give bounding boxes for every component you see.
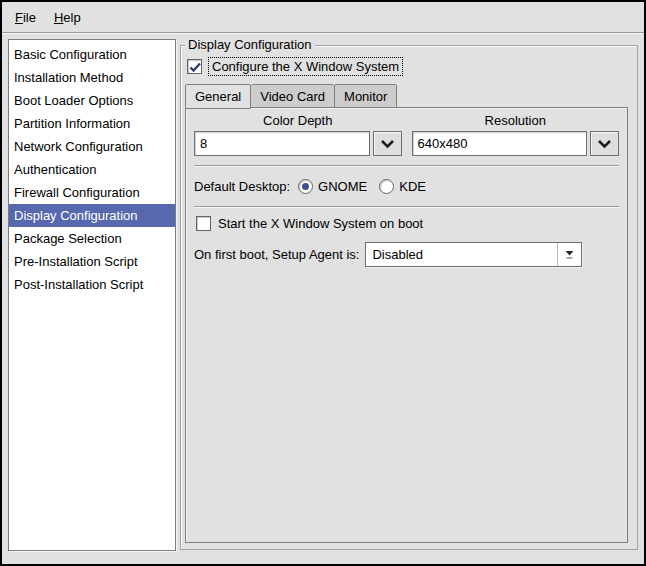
color-depth-header: Color Depth (194, 112, 402, 131)
sidebar-item-post-installation-script[interactable]: Post-Installation Script (9, 273, 175, 296)
tab-bar: General Video Card Monitor (185, 84, 628, 108)
radio-dot-icon (302, 183, 309, 190)
tab-video-card[interactable]: Video Card (251, 84, 334, 108)
desktop-radio-group: GNOME KDE (298, 179, 430, 194)
main-panel: Display Configuration Configure the X Wi… (180, 39, 638, 558)
menu-help[interactable]: Help (45, 2, 90, 33)
frame-title: Display Configuration (185, 37, 315, 53)
color-depth-combo: 8 (194, 131, 402, 156)
configure-x-row: Configure the X Window System (187, 58, 633, 75)
default-desktop-label: Default Desktop: (194, 179, 290, 194)
color-depth-column: Color Depth 8 (194, 112, 402, 156)
separator (194, 206, 619, 208)
combo-columns: Color Depth 8 (194, 112, 619, 156)
resolution-combo: 640x480 (412, 131, 620, 156)
setup-agent-row: On first boot, Setup Agent is: Disabled (194, 242, 619, 267)
configure-x-checkbox[interactable] (187, 59, 202, 74)
sidebar-item-installation-method[interactable]: Installation Method (9, 66, 175, 89)
start-x-checkbox[interactable] (196, 216, 211, 231)
menubar: FileHelp (2, 2, 644, 33)
gnome-radio[interactable] (298, 179, 313, 194)
setup-agent-option-menu[interactable]: Disabled (365, 242, 582, 267)
display-configuration-frame: Display Configuration Configure the X Wi… (180, 45, 638, 550)
separator (194, 165, 619, 167)
resolution-dropdown-button[interactable] (590, 131, 619, 156)
resolution-header: Resolution (412, 112, 620, 131)
sidebar-item-pre-installation-script[interactable]: Pre-Installation Script (9, 250, 175, 273)
section-list: Basic Configuration Installation Method … (8, 39, 176, 551)
general-tab-panel: Color Depth 8 (185, 107, 628, 543)
setup-agent-label: On first boot, Setup Agent is: (194, 247, 359, 262)
sidebar-item-partition-information[interactable]: Partition Information (9, 112, 175, 135)
start-x-row: Start the X Window System on boot (196, 216, 619, 231)
menu-file[interactable]: File (6, 2, 45, 33)
check-mark-icon (189, 62, 202, 73)
kde-radio-label: KDE (399, 179, 426, 194)
window-content: Basic Configuration Installation Method … (2, 33, 644, 564)
sidebar-item-display-configuration[interactable]: Display Configuration (9, 204, 175, 227)
sidebar-item-boot-loader-options[interactable]: Boot Loader Options (9, 89, 175, 112)
resolution-entry[interactable]: 640x480 (412, 131, 588, 156)
sidebar-item-authentication[interactable]: Authentication (9, 158, 175, 181)
setup-agent-value: Disabled (366, 243, 557, 266)
kickstart-configurator-window: FileHelp Basic Configuration Installatio… (0, 0, 646, 566)
kde-radio-option[interactable]: KDE (379, 179, 426, 194)
sidebar-item-basic-configuration[interactable]: Basic Configuration (9, 43, 175, 66)
configure-x-label[interactable]: Configure the X Window System (209, 58, 402, 75)
tab-general[interactable]: General (185, 84, 251, 109)
option-menu-arrow-icon (557, 243, 581, 266)
display-notebook: General Video Card Monitor Color Depth 8 (185, 84, 628, 543)
gnome-radio-label: GNOME (318, 179, 367, 194)
start-x-label[interactable]: Start the X Window System on boot (218, 216, 423, 231)
color-depth-entry[interactable]: 8 (194, 131, 370, 156)
chevron-down-icon (597, 139, 612, 149)
tab-monitor[interactable]: Monitor (334, 84, 397, 108)
kde-radio[interactable] (379, 179, 394, 194)
default-desktop-row: Default Desktop: GNOME KDE (194, 175, 619, 197)
chevron-down-icon (380, 139, 395, 149)
sidebar-item-package-selection[interactable]: Package Selection (9, 227, 175, 250)
sidebar-item-firewall-configuration[interactable]: Firewall Configuration (9, 181, 175, 204)
resolution-column: Resolution 640x480 (412, 112, 620, 156)
gnome-radio-option[interactable]: GNOME (298, 179, 367, 194)
sidebar-item-network-configuration[interactable]: Network Configuration (9, 135, 175, 158)
color-depth-dropdown-button[interactable] (373, 131, 402, 156)
